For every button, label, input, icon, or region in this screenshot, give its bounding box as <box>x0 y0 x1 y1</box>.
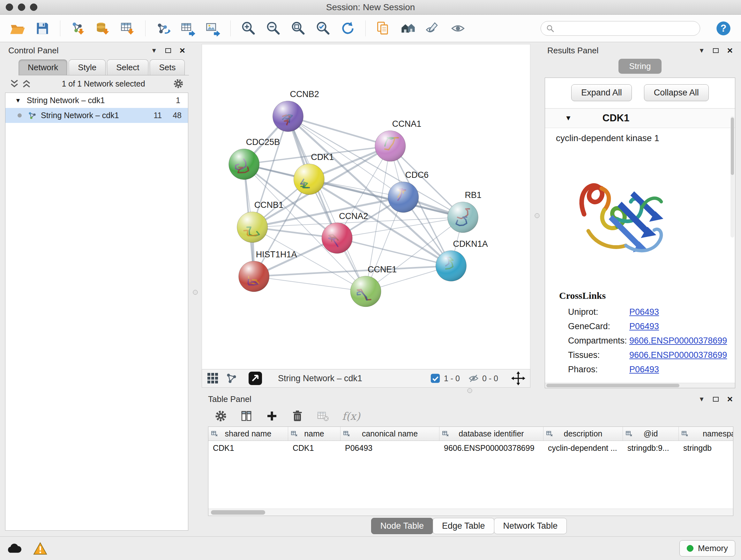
graph-node-CCNA1[interactable]: CCNA1 <box>375 119 421 161</box>
cloud-icon[interactable] <box>6 542 22 556</box>
close-panel-icon[interactable]: × <box>179 46 185 55</box>
table-cell[interactable]: 9606.ENSP00000378699 <box>440 441 543 455</box>
graph-node-CCNB2[interactable]: CCNB2 <box>273 89 319 132</box>
network-overview-icon[interactable] <box>225 372 238 385</box>
left-splitter[interactable] <box>189 44 202 388</box>
graph-node-CDKN1A[interactable]: CDKN1A <box>436 239 488 281</box>
tab-sets[interactable]: Sets <box>150 59 185 75</box>
right-splitter[interactable] <box>530 44 543 388</box>
table-options-gear-icon[interactable] <box>214 410 227 422</box>
splitter-handle[interactable] <box>468 388 472 393</box>
search-input[interactable] <box>557 23 695 33</box>
results-vertical-scrollbar[interactable] <box>731 116 734 238</box>
function-builder-button[interactable]: f(x) <box>342 410 360 422</box>
splitter-handle[interactable] <box>193 290 198 295</box>
crosslink-value[interactable]: P06493 <box>629 365 659 374</box>
column-header[interactable]: description <box>543 427 623 441</box>
table-row[interactable]: CDK1 CDK1 P06493 9606.ENSP00000378699 cy… <box>208 441 733 455</box>
zoom-in-button[interactable] <box>239 18 258 38</box>
tab-style[interactable]: Style <box>69 59 106 75</box>
panel-menu-icon[interactable]: ▼ <box>698 396 705 402</box>
show-graphics-details-button[interactable] <box>448 18 468 38</box>
scrollbar-thumb[interactable] <box>546 384 679 387</box>
create-column-icon[interactable] <box>266 410 278 422</box>
column-header[interactable]: name <box>288 427 340 441</box>
tab-network[interactable]: Network <box>18 59 67 75</box>
tab-node-table[interactable]: Node Table <box>371 518 433 534</box>
graph-node-HIST1H1A[interactable]: HIST1H1A <box>239 250 297 292</box>
table-cell[interactable]: CDK1 <box>208 441 288 455</box>
column-header[interactable]: shared name <box>208 427 288 441</box>
center-view-icon[interactable] <box>511 371 526 386</box>
copy-button[interactable] <box>374 18 393 38</box>
string-tab[interactable]: String <box>618 59 662 74</box>
open-file-button[interactable] <box>8 18 27 38</box>
graph-node-CDC25B[interactable]: CDC25B <box>229 137 280 179</box>
zoom-fit-button[interactable] <box>288 18 308 38</box>
results-horizontal-scrollbar[interactable] <box>545 383 735 388</box>
float-panel-icon[interactable] <box>713 48 719 53</box>
help-button[interactable]: ? <box>714 18 733 38</box>
hidden-eye-icon[interactable] <box>468 373 479 384</box>
zoom-selected-button[interactable] <box>313 18 333 38</box>
splitter-handle[interactable] <box>535 213 539 218</box>
close-window-button[interactable] <box>6 3 13 11</box>
network-graph[interactable]: CCNB2CCNA1CDC25BCDK1CDC6RB1CCNB1CCNA2CDK… <box>202 44 530 369</box>
gear-icon[interactable] <box>173 78 184 89</box>
save-session-button[interactable] <box>32 18 52 38</box>
table-cell[interactable]: cyclin-dependent ... <box>543 441 623 455</box>
column-header[interactable]: database identifier <box>440 427 543 441</box>
column-header[interactable]: @id <box>623 427 679 441</box>
close-panel-icon[interactable]: × <box>727 46 733 55</box>
panel-menu-icon[interactable]: ▼ <box>698 47 705 54</box>
crosslink-value[interactable]: 9606.ENSP00000378699 <box>629 350 727 360</box>
tab-select[interactable]: Select <box>107 59 148 75</box>
graph-node-RB1[interactable]: RB1 <box>448 190 482 233</box>
scrollbar-thumb[interactable] <box>731 118 734 175</box>
crosslink-value[interactable]: 9606.ENSP00000378699 <box>629 336 727 346</box>
collapse-all-button[interactable]: Collapse All <box>644 84 709 101</box>
table-cell[interactable]: CDK1 <box>288 441 340 455</box>
float-panel-icon[interactable] <box>165 48 171 53</box>
panel-menu-icon[interactable]: ▼ <box>151 47 157 54</box>
zoom-out-button[interactable] <box>263 18 283 38</box>
graph-node-CDC6[interactable]: CDC6 <box>388 170 428 212</box>
export-image-button[interactable] <box>203 18 223 38</box>
protein-section-header[interactable]: ▼ CDK1 <box>545 108 735 128</box>
scrollbar-thumb[interactable] <box>211 510 265 515</box>
birdseye-view-icon[interactable] <box>248 371 263 386</box>
tab-network-table[interactable]: Network Table <box>494 518 567 534</box>
import-table-file-button[interactable] <box>118 18 138 38</box>
network-row[interactable]: String Network – cdk1 11 48 <box>5 108 188 123</box>
network-collection-row[interactable]: ▼ String Network – cdk1 1 <box>5 93 188 108</box>
graph-node-CDK1[interactable]: CDK1 <box>293 152 334 194</box>
close-panel-icon[interactable]: × <box>727 394 733 404</box>
selected-checkbox-icon[interactable] <box>430 373 441 384</box>
zoom-window-button[interactable] <box>30 3 37 11</box>
home-button[interactable] <box>398 18 418 38</box>
column-header[interactable]: canonical name <box>340 427 440 441</box>
horizontal-splitter[interactable] <box>189 388 741 393</box>
expand-all-button[interactable]: Expand All <box>571 84 632 101</box>
delete-column-icon[interactable] <box>291 410 304 422</box>
section-expander-icon[interactable]: ▼ <box>565 114 572 122</box>
table-horizontal-scrollbar[interactable] <box>208 509 733 516</box>
annotation-mode-button[interactable] <box>423 18 443 38</box>
crosslink-value[interactable]: P06493 <box>629 321 659 331</box>
crosslink-value[interactable]: P06493 <box>629 307 659 317</box>
import-network-database-button[interactable] <box>93 18 113 38</box>
column-header[interactable]: namespace <box>679 427 733 441</box>
float-panel-icon[interactable] <box>713 397 719 401</box>
import-network-file-button[interactable] <box>68 18 88 38</box>
export-network-button[interactable] <box>153 18 173 38</box>
memory-button[interactable]: Memory <box>679 540 735 557</box>
table-cell[interactable]: stringdb <box>679 441 733 455</box>
minimize-window-button[interactable] <box>18 3 25 11</box>
export-table-button[interactable] <box>178 18 198 38</box>
network-canvas[interactable]: CCNB2CCNA1CDC25BCDK1CDC6RB1CCNB1CCNA2CDK… <box>202 44 530 369</box>
expand-all-icon[interactable] <box>22 79 31 88</box>
tab-edge-table[interactable]: Edge Table <box>433 518 494 534</box>
warning-icon[interactable] <box>32 542 49 556</box>
collection-expander-icon[interactable]: ▼ <box>15 97 21 104</box>
refresh-view-button[interactable] <box>338 18 358 38</box>
